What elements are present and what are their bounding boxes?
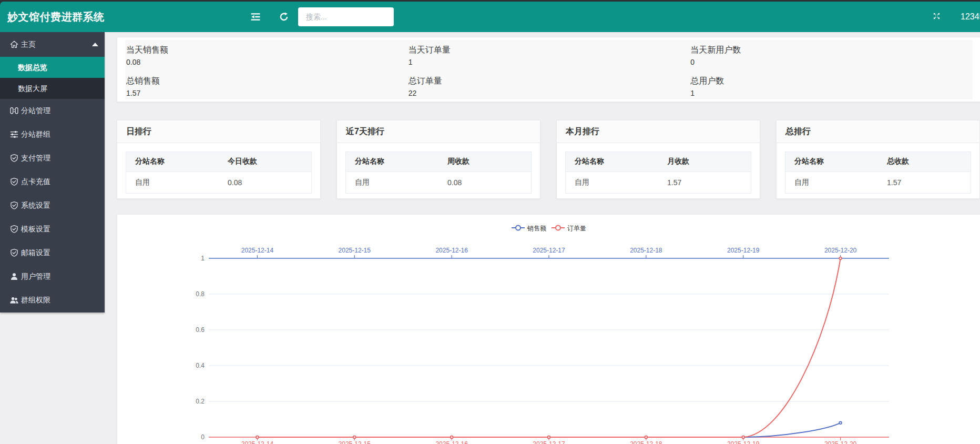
x-axis-bottom-label: 2025-12-15 [339,440,371,444]
x-axis-bottom-label: 2025-12-19 [727,440,760,444]
x-axis-bottom-label: 2025-12-14 [241,440,274,444]
legend-label[interactable]: 销售额 [527,225,546,232]
chart-card: 00.20.40.60.812025-12-142025-12-142025-1… [117,214,980,444]
data-point-marker[interactable] [839,257,842,260]
ranking-card-title: 总排行 [777,120,979,143]
data-point-marker[interactable] [548,436,550,439]
stat-label: 总用户数 [690,76,973,86]
x-axis-bottom-label: 2025-12-18 [630,440,662,444]
table-row[interactable]: 自用1.57 [785,171,971,193]
sidebar: 主页 数据总览 数据大屏 分站管理分站群组支付管理点卡充值系统设置模板设置邮箱设… [0,32,105,312]
table-row[interactable]: 自用0.08 [126,171,311,193]
stat-value: 1 [409,58,691,66]
x-axis-top-label: 2025-12-17 [533,247,565,254]
y-axis-label: 1 [201,255,205,262]
data-point-marker[interactable] [353,436,356,439]
ranking-card-1: 近7天排行分站名称周收款自用0.08 [336,120,540,199]
sidebar-item-1[interactable]: 分站群组 [0,123,105,146]
panels-icon [10,106,18,115]
legend-label[interactable]: 订单量 [567,225,586,232]
sidebar-item-label: 分站群组 [21,130,50,139]
ranking-card-body: 分站名称总收款自用1.57 [777,143,979,194]
y-axis-label: 0.8 [196,290,205,298]
stat-label: 总订单量 [409,76,691,86]
sidebar-item-label: 模板设置 [21,225,50,234]
legend-marker-icon[interactable] [516,226,520,230]
stats-grid: 当天销售额0.08当天订单量1当天新用户数0总销售额1.57总订单量22总用户数… [125,40,973,99]
username[interactable]: 12345 [961,2,980,32]
ranking-card-2: 本月排行分站名称月收款自用1.57 [556,120,760,199]
home-icon [10,40,18,49]
rank-cell-name: 自用 [785,171,878,193]
ranking-card-body: 分站名称周收款自用0.08 [337,143,540,194]
sidebar-item-label: 支付管理 [21,154,50,163]
ranking-card-title: 本月排行 [557,120,760,143]
rank-cell-value: 0.08 [438,171,531,193]
sidebar-item-3[interactable]: 点卡充值 [0,170,105,194]
sidebar-item-2[interactable]: 支付管理 [0,146,105,170]
x-axis-bottom-label: 2025-12-20 [824,440,857,444]
y-axis-label: 0.4 [196,362,205,369]
y-axis-label: 0.2 [196,398,205,405]
ranking-card-body: 分站名称月收款自用1.57 [557,143,760,194]
legend-marker-icon[interactable] [556,226,560,230]
rank-col-header: 分站名称 [346,152,438,171]
stat-label: 当天新用户数 [690,45,973,55]
x-axis-top-label: 2025-12-20 [824,247,857,254]
sidebar-item-0[interactable]: 分站管理 [0,99,105,123]
rank-cell-name: 自用 [126,171,219,193]
sidebar-item-7[interactable]: 用户管理 [0,265,105,288]
stat-cell-0: 当天销售额0.08 [126,45,409,66]
shield-check-icon [10,154,18,163]
ranking-cards-row: 日排行分站名称今日收款自用0.08近7天排行分站名称周收款自用0.08本月排行分… [117,120,980,199]
search-input[interactable] [298,7,394,26]
x-axis-top-label: 2025-12-19 [727,247,760,254]
sidebar-collapse-icon[interactable] [251,12,260,24]
app-title: 妙文馆付费进群系统 [7,10,105,24]
stat-cell-3: 总销售额1.57 [126,76,409,97]
sidebar-item-label: 用户管理 [21,272,50,281]
x-axis-bottom-label: 2025-12-16 [435,440,468,444]
sidebar-item-8[interactable]: 群组权限 [0,288,105,312]
sidebar-item-label: 点卡充值 [21,177,50,187]
rank-col-header: 分站名称 [785,152,878,171]
stats-card: 当天销售额0.08当天订单量1当天新用户数0总销售额1.57总订单量22总用户数… [117,37,980,102]
data-point-marker[interactable] [839,422,842,425]
top-bar: 妙文馆付费进群系统 12345 [0,2,980,32]
rank-col-header: 月收款 [658,152,751,171]
sidebar-subitem-data-overview[interactable]: 数据总览 [0,57,105,78]
ranking-card-3: 总排行分站名称总收款自用1.57 [776,120,980,199]
rank-cell-value: 1.57 [878,171,971,193]
shield-check-icon [10,248,18,257]
data-point-marker[interactable] [256,436,259,439]
data-point-marker[interactable] [742,436,744,439]
rank-col-header: 总收款 [878,152,971,171]
ranking-card-title: 日排行 [117,120,320,143]
refresh-icon[interactable] [279,12,289,24]
sidebar-item-4[interactable]: 系统设置 [0,194,105,217]
x-axis-bottom-label: 2025-12-17 [533,440,565,444]
stat-value: 0 [690,58,973,66]
data-point-marker[interactable] [451,436,453,439]
shield-check-icon [10,225,18,234]
chevron-up-icon [92,43,98,46]
sidebar-item-home[interactable]: 主页 [0,32,105,57]
rank-cell-name: 自用 [346,171,438,193]
table-row[interactable]: 自用1.57 [566,171,751,193]
fullscreen-icon[interactable] [933,12,941,22]
data-point-marker[interactable] [645,436,648,439]
sidebar-subitem-data-screen[interactable]: 数据大屏 [0,78,105,99]
sidebar-item-6[interactable]: 邮箱设置 [0,241,105,265]
table-row[interactable]: 自用0.08 [346,171,531,193]
sidebar-menu-rest: 分站管理分站群组支付管理点卡充值系统设置模板设置邮箱设置用户管理群组权限 [0,99,105,312]
stat-value: 1.57 [126,89,409,97]
x-axis-top-label: 2025-12-18 [630,247,662,254]
stat-value: 0.08 [126,58,409,66]
stat-label: 总销售额 [126,76,409,86]
sidebar-item-label: 系统设置 [21,201,50,210]
stat-value: 1 [690,89,973,97]
sidebar-item-5[interactable]: 模板设置 [0,217,105,241]
stat-cell-5: 总用户数1 [690,76,973,97]
rank-col-header: 分站名称 [126,152,219,171]
y-axis-label: 0 [201,433,205,441]
